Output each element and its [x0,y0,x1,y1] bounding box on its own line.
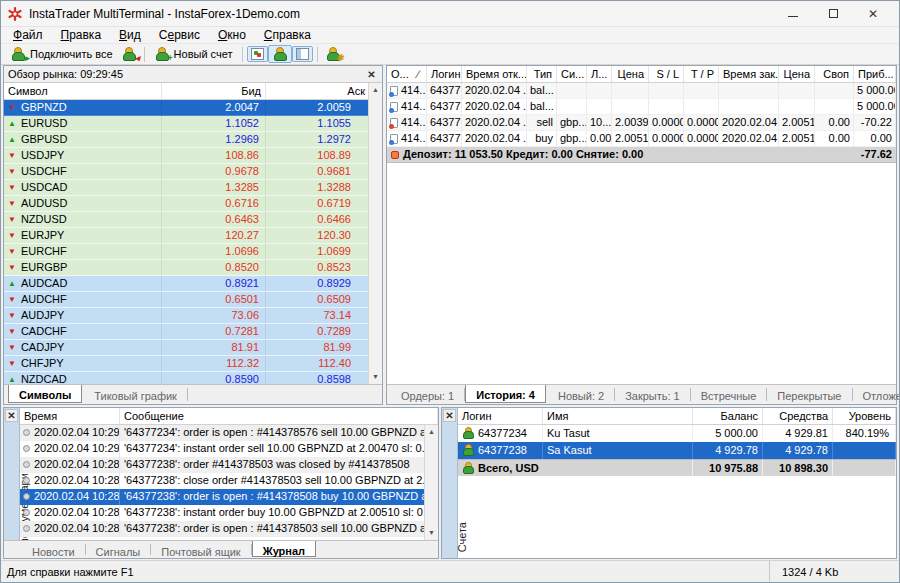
orders-col-swap[interactable]: Своп [815,66,854,82]
market-row[interactable]: ▼AUDCHF0.65010.6509 [4,292,382,308]
orders-col-symbol[interactable]: Си... [557,66,587,82]
orders-col-login[interactable]: Логин [427,66,462,82]
down-arrow-icon: ▼ [8,151,16,160]
orders-col-close-time[interactable]: Время зак... [719,66,779,82]
journal-row[interactable]: 2020.02.04 10:28:...'64377238': order #4… [20,457,424,473]
orders-col-lots[interactable]: Л... [587,66,612,82]
journal-close-icon[interactable]: ✕ [5,409,18,422]
order-row[interactable]: 414...64377...2020.02.04 ...buygbp...0.0… [387,131,896,147]
market-row[interactable]: ▼USDCAD1.32851.3288 [4,180,382,196]
account-settings-button[interactable]: ✱ [322,46,344,62]
market-col-bid[interactable]: Бид [162,83,266,99]
disconnect-all-button[interactable]: ◂ [118,46,140,62]
orders-tab[interactable]: История: 4 [465,385,546,403]
market-tab[interactable]: Тиковый график [84,388,188,401]
order-cell-login: 64377... [427,99,462,115]
orders-col-sl[interactable]: S / L [649,66,684,82]
scroll-up-icon[interactable]: ▲ [369,83,382,97]
order-row[interactable]: 414...64377...2020.02.04 ...bal...5 000.… [387,99,896,115]
journal-tab[interactable]: Сигналы [86,544,152,555]
accounts-col-level[interactable]: Уровень [833,408,896,424]
scroll-up-icon[interactable]: ▲ [425,425,438,439]
accounts-body: ЛогинИмяБалансСредстваУровень 64377234Ku… [458,408,896,558]
menu-help[interactable]: Справка [255,28,320,42]
market-tab[interactable]: Символы [8,385,82,403]
menu-edit[interactable]: Правка [52,28,111,42]
market-row[interactable]: ▼AUDJPY73.0673.14 [4,308,382,324]
minimize-button[interactable] [773,2,813,26]
orders-col-close-price[interactable]: Цена [779,66,815,82]
market-row[interactable]: ▼EURJPY120.27120.30 [4,228,382,244]
account-row[interactable]: 64377238Sa Kasut4 929.784 929.78 [458,442,896,459]
market-row[interactable]: ▼EURCHF1.06961.0699 [4,244,382,260]
journal-time-cell: 2020.02.04 10:28:... [20,521,120,537]
new-account-button[interactable]: + Новый счет [149,46,238,62]
symbol-label: EURGBP [21,261,67,273]
orders-col-tp[interactable]: T / P [684,66,719,82]
market-row[interactable]: ▲EURUSD1.10521.1055 [4,116,382,132]
toggle-toolbox-button[interactable] [292,46,313,62]
journal-col-message[interactable]: Сообщение [120,408,438,424]
journal-col-time[interactable]: Время [20,408,120,424]
symbol-cell: ▼NZDUSD [4,212,162,228]
orders-col-open-price[interactable]: Цена [612,66,649,82]
orders-tab[interactable]: Отложенный: 1 [853,388,900,401]
market-row[interactable]: ▲NZDCAD0.85900.8598 [4,372,382,384]
close-button[interactable]: ✕ [853,2,893,26]
market-row[interactable]: ▼CHFJPY112.32112.40 [4,356,382,372]
accounts-close-icon[interactable]: ✕ [443,409,456,422]
journal-tab[interactable]: Почтовый ящик [151,544,251,555]
journal-row[interactable]: 2020.02.04 10:28:...'64377238': order is… [20,489,424,505]
journal-row[interactable]: 2020.02.04 10:29:...'64377234': order is… [20,425,424,441]
bid-cell: 1.2969 [162,132,266,148]
journal-row[interactable]: 2020.02.04 10:28:...'64377238': instant … [20,505,424,521]
journal-tab[interactable]: Журнал [252,541,316,557]
accounts-col-balance[interactable]: Баланс [693,408,763,424]
orders-tab[interactable]: Встречные [691,388,768,401]
market-row[interactable]: ▼CADJPY81.9181.99 [4,340,382,356]
market-row[interactable]: ▲AUDCAD0.89210.8929 [4,276,382,292]
market-col-ask[interactable]: Аск [266,83,370,99]
market-row[interactable]: ▼USDCHF0.96780.9681 [4,164,382,180]
market-row[interactable]: ▼AUDUSD0.67160.6719 [4,196,382,212]
orders-tab[interactable]: Новый: 2 [548,388,615,401]
journal-row[interactable]: 2020.02.04 10:28:...'64377238': order is… [20,521,424,537]
accounts-col-equity[interactable]: Средства [763,408,833,424]
menu-file[interactable]: Файл [4,28,52,42]
market-row[interactable]: ▲GBPUSD1.29691.2972 [4,132,382,148]
scroll-down-icon[interactable]: ▼ [425,526,438,540]
order-row[interactable]: 414...64377...2020.02.04 ...sellgbp...10… [387,115,896,131]
market-scrollbar[interactable]: ▲ ▼ [368,83,382,384]
order-cell-open-price: 2.0051 [612,131,649,147]
connect-all-button[interactable]: ▸ Подключить все [5,46,118,62]
orders-col-type[interactable]: Тип [527,66,557,82]
market-row[interactable]: ▼USDJPY108.86108.89 [4,148,382,164]
market-row[interactable]: ▼CADCHF0.72810.7289 [4,324,382,340]
market-row[interactable]: ▼NZDUSD0.64630.6466 [4,212,382,228]
toggle-market-watch-button[interactable] [247,46,268,62]
menu-view[interactable]: Вид [110,28,150,42]
orders-tab[interactable]: Перекрытые [767,388,852,401]
market-col-symbol[interactable]: Символ [4,83,162,99]
order-row[interactable]: 414...64377...2020.02.04 ...bal...5 000.… [387,83,896,99]
scroll-down-icon[interactable]: ▼ [369,370,382,384]
orders-col-order[interactable]: О...∕ [387,66,427,82]
market-row[interactable]: ▼EURGBP0.85200.8523 [4,260,382,276]
market-row[interactable]: ▼GBPNZD2.00472.0059 [4,100,382,116]
menu-service[interactable]: Сервис [150,28,209,42]
orders-col-profit[interactable]: Приб... [854,66,896,82]
journal-scrollbar[interactable]: ▲ ▼ [424,425,438,540]
journal-tab[interactable]: Новости [22,544,86,555]
orders-tab[interactable]: Ордеры: 1 [391,388,465,401]
journal-row[interactable]: 2020.02.04 10:29:...'64377234': instant … [20,441,424,457]
orders-col-open-time[interactable]: Время отк... [462,66,527,82]
market-watch-close-icon[interactable]: ✕ [365,68,378,81]
account-row[interactable]: 64377234Ku Tasut5 000.004 929.81840.19% [458,425,896,442]
menu-window[interactable]: Окно [209,28,255,42]
accounts-col-name[interactable]: Имя [543,408,693,424]
maximize-button[interactable] [813,2,853,26]
orders-tab[interactable]: Закрыть: 1 [615,388,691,401]
journal-row[interactable]: 2020.02.04 10:28:...'64377238': close or… [20,473,424,489]
toggle-accounts-button[interactable] [268,45,292,63]
accounts-col-login[interactable]: Логин [458,408,543,424]
